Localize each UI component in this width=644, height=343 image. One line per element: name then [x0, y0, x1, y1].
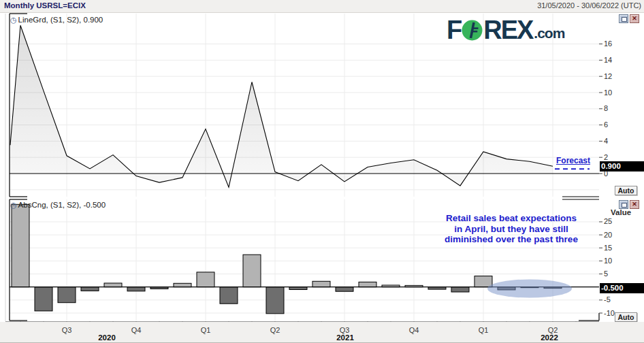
close-icon[interactable]: ✕ — [630, 200, 639, 209]
logo-text-rex: REX — [483, 18, 532, 42]
x-axis-quarter-label: Q3 — [53, 326, 80, 334]
interval-clock-icon[interactable]: ◷ — [10, 16, 17, 24]
logo-text-com: .com — [534, 25, 564, 42]
forecast-label: Forecast — [555, 156, 592, 165]
y-axis-tick-label: 16 — [604, 39, 612, 48]
y-axis-tick-label: -10 — [604, 309, 615, 317]
chart-canvas — [0, 0, 644, 343]
y-axis-tick-label: 25 — [604, 217, 612, 225]
y-axis-tick-label: -5 — [604, 295, 611, 304]
y-axis-tick-label: 0 — [604, 169, 608, 178]
top-panel-title: LineGrd, (S1, S2), 0.900 — [18, 16, 103, 24]
y-axis-tick-label: 5 — [604, 270, 608, 278]
y-axis-tick-label: 4 — [604, 137, 608, 145]
x-axis-year-label: 2022 — [530, 333, 568, 342]
auto-scale-button-top[interactable]: Auto — [615, 186, 637, 195]
current-value-badge-bottom: -0.500 — [600, 283, 644, 293]
logo-text-f: F — [447, 18, 461, 42]
y-axis-tick-label: 6 — [604, 120, 608, 129]
analyst-annotation: Retail sales beat expectations in April,… — [417, 213, 605, 245]
auto-scale-button-bottom[interactable]: Auto — [615, 312, 637, 322]
forex-logo: F REX .com — [447, 18, 564, 42]
x-axis-year-label: 2020 — [88, 333, 126, 342]
value-axis-title: Value — [611, 208, 631, 216]
minimize-icon[interactable] — [619, 14, 628, 23]
y-axis-tick-label: 8 — [604, 104, 608, 112]
y-axis-tick-label: 15 — [604, 244, 612, 252]
y-axis-tick-label: 10 — [604, 88, 612, 97]
y-axis-tick-label: 20 — [604, 231, 612, 239]
x-axis-quarter-label: Q2 — [261, 326, 289, 334]
x-axis-quarter-label: Q1 — [192, 326, 219, 334]
close-icon[interactable]: ✕ — [630, 14, 639, 23]
top-panel-window-buttons: ✕ — [619, 14, 639, 23]
x-axis-quarter-label: Q4 — [123, 326, 150, 334]
x-axis-year-label: 2021 — [326, 333, 364, 342]
chart-application-window: Monthly USRSL=ECIX 31/05/2020 - 30/06/20… — [0, 0, 644, 343]
x-axis-quarter-label: Q1 — [470, 326, 497, 334]
y-axis-tick-label: 14 — [604, 56, 612, 64]
top-panel-header: ◷ LineGrd, (S1, S2), 0.900 — [10, 16, 103, 24]
interval-clock-icon[interactable]: ◷ — [10, 201, 17, 209]
y-axis-tick-label: 2 — [604, 153, 608, 161]
y-axis-tick-label: 12 — [604, 72, 612, 80]
logo-o-icon — [462, 20, 483, 41]
y-axis-tick-label: 10 — [604, 257, 612, 265]
x-axis-quarter-label: Q4 — [400, 326, 428, 334]
bottom-panel-title: AbsCng, (S1, S2), -0.500 — [18, 201, 106, 209]
bottom-panel-header: ◷ AbsCng, (S1, S2), -0.500 — [10, 201, 106, 209]
